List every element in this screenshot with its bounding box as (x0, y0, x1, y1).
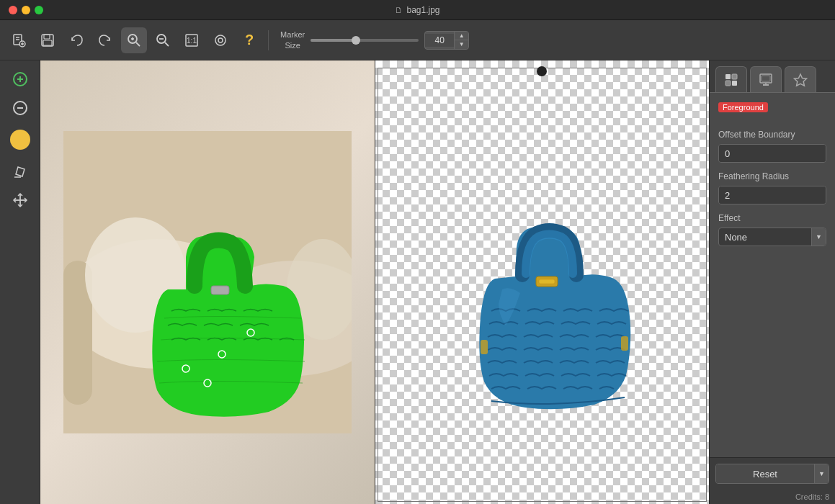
svg-line-15 (165, 42, 169, 46)
effect-select-row: None Blur Sharpen ▼ (718, 228, 826, 246)
left-sidebar (0, 60, 40, 504)
undo-button[interactable] (63, 27, 89, 53)
svg-rect-46 (732, 81, 737, 86)
zoom-fit-button[interactable] (207, 27, 233, 53)
svg-point-38 (182, 365, 189, 372)
svg-rect-7 (44, 35, 50, 39)
marker-value-box: 40 ▲ ▼ (424, 31, 469, 50)
original-image-container (40, 60, 375, 504)
help-icon: ? (245, 32, 254, 48)
svg-rect-43 (725, 74, 731, 79)
canvas-right[interactable] (375, 60, 710, 504)
foreground-tool[interactable] (7, 127, 33, 153)
svg-rect-48 (762, 76, 770, 81)
marker-size-control: Marker Size 40 ▲ ▼ (280, 30, 469, 50)
reset-dropdown-button[interactable]: ▼ (814, 464, 829, 483)
marker-slider-fill (311, 39, 354, 42)
add-tool[interactable] (7, 66, 33, 92)
reset-row: Reset ▼ (715, 464, 829, 484)
canvas-left[interactable] (40, 60, 375, 504)
feathering-input[interactable] (719, 186, 826, 204)
effect-label: Effect (718, 213, 826, 223)
tab-matting[interactable] (715, 66, 747, 92)
right-panel: Foreground Offset the Boundary ▲ ▼ Feath… (709, 60, 835, 504)
panel-footer: Reset ▼ (710, 457, 835, 490)
file-icon: 🗋 (395, 6, 403, 14)
original-bag-svg (63, 131, 352, 433)
panel-tabs (710, 60, 835, 92)
help-button[interactable]: ? (236, 27, 262, 53)
title-text: bag1.jpg (406, 5, 439, 15)
effect-dropdown-arrow: ▼ (811, 228, 826, 246)
redo-button[interactable] (92, 27, 118, 53)
marker-down-button[interactable]: ▼ (454, 40, 468, 49)
canvas-area[interactable] (40, 60, 709, 504)
svg-marker-51 (795, 74, 807, 86)
svg-rect-44 (732, 74, 737, 79)
marker-size-label: Marker Size (280, 30, 305, 50)
svg-text:1:1: 1:1 (187, 37, 197, 45)
fit-button[interactable]: 1:1 (179, 27, 205, 53)
offset-label: Offset the Boundary (718, 130, 826, 140)
drag-handle[interactable] (537, 66, 547, 76)
tab-output[interactable] (750, 66, 782, 92)
svg-rect-42 (621, 336, 628, 351)
save-button[interactable] (35, 27, 61, 53)
svg-rect-45 (725, 81, 731, 86)
effect-select[interactable]: None Blur Sharpen (719, 232, 811, 243)
offset-input-row: ▲ ▼ (718, 144, 826, 163)
toolbar: 1:1 ? Marker Size 40 ▲ ▼ (0, 20, 835, 60)
reset-button[interactable]: Reset (716, 464, 814, 483)
svg-rect-8 (43, 40, 52, 45)
traffic-lights (9, 6, 43, 14)
foreground-badge: Foreground (718, 102, 768, 112)
svg-point-37 (247, 329, 254, 336)
move-tool[interactable] (7, 187, 33, 213)
svg-line-12 (136, 42, 140, 46)
marker-steppers: ▲ ▼ (454, 32, 468, 49)
zoom-in-button[interactable] (121, 27, 147, 53)
panel-content: Foreground Offset the Boundary ▲ ▼ Feath… (710, 92, 835, 457)
minimize-button[interactable] (22, 6, 30, 14)
clear-tool[interactable] (7, 158, 33, 184)
marker-slider-thumb (352, 36, 360, 45)
feathering-label: Feathering Radius (718, 171, 826, 181)
main-layout: Foreground Offset the Boundary ▲ ▼ Feath… (0, 60, 835, 504)
marker-value: 40 (425, 34, 454, 47)
close-button[interactable] (9, 6, 17, 14)
window-title: 🗋 bag1.jpg (395, 5, 439, 15)
titlebar: 🗋 bag1.jpg (0, 0, 835, 20)
tab-presets[interactable] (785, 66, 816, 92)
new-button[interactable] (6, 27, 32, 53)
svg-rect-34 (211, 286, 229, 294)
erase-tool[interactable] (7, 95, 33, 121)
svg-point-36 (204, 379, 211, 387)
cutout-image-container (375, 60, 710, 504)
credits-bar: Credits: 8 (710, 490, 835, 504)
svg-point-18 (215, 35, 226, 45)
svg-point-35 (218, 351, 226, 358)
marker-up-button[interactable]: ▲ (454, 32, 468, 40)
zoom-out-button[interactable] (150, 27, 176, 53)
svg-point-19 (218, 38, 223, 42)
marker-size-slider[interactable] (311, 39, 419, 42)
feathering-input-row: ▲ ▼ (718, 186, 826, 204)
offset-input[interactable] (719, 145, 826, 162)
svg-rect-40 (539, 279, 555, 284)
toolbar-separator (268, 30, 269, 50)
svg-rect-41 (481, 340, 488, 354)
cutout-bag-svg (408, 138, 675, 426)
maximize-button[interactable] (35, 6, 43, 14)
